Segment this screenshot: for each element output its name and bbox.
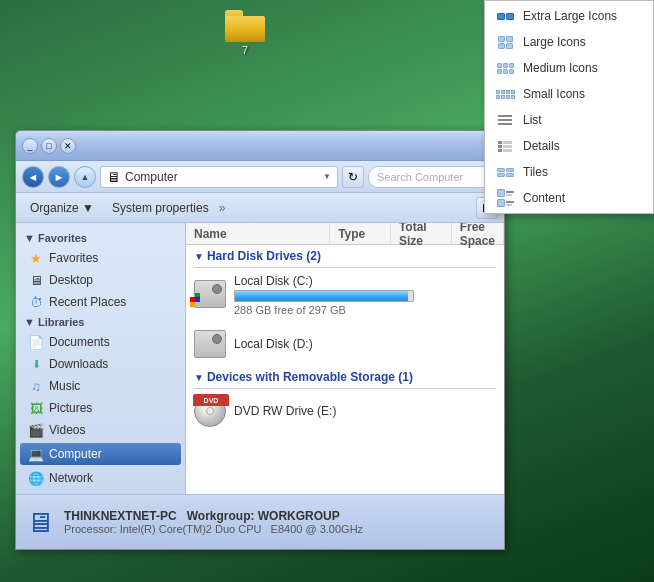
sidebar-item-favorites[interactable]: ★ Favorites bbox=[16, 247, 185, 269]
details-icon bbox=[495, 138, 515, 154]
menu-item-tiles[interactable]: Tiles bbox=[485, 159, 653, 185]
downloads-label: Downloads bbox=[49, 357, 108, 371]
sidebar-item-documents[interactable]: 📄 Documents bbox=[16, 331, 185, 353]
hard-disk-section-header: ▼ Hard Disk Drives (2) bbox=[186, 245, 504, 267]
removable-section-label: Devices with Removable Storage (1) bbox=[207, 370, 413, 384]
sidebar-item-music[interactable]: ♫ Music bbox=[16, 375, 185, 397]
extra-large-icon bbox=[495, 8, 515, 24]
menu-item-content[interactable]: Content bbox=[485, 185, 653, 211]
libraries-header: ▼ Libraries bbox=[16, 313, 185, 331]
desktop: 7 _ □ ✕ ◄ ► ▲ 🖥 Computer ▼ ↻ Search Comp… bbox=[0, 0, 654, 582]
col-header-type[interactable]: Type bbox=[330, 223, 391, 244]
sidebar-item-computer[interactable]: 💻 Computer bbox=[20, 443, 181, 465]
computer-icon: 💻 bbox=[28, 446, 44, 462]
disk-d-icon bbox=[194, 328, 226, 360]
menu-item-list[interactable]: List bbox=[485, 107, 653, 133]
downloads-icon: ⬇ bbox=[28, 356, 44, 372]
menu-item-details[interactable]: Details bbox=[485, 133, 653, 159]
computer-label: Computer bbox=[49, 447, 102, 461]
close-button[interactable]: ✕ bbox=[60, 138, 76, 154]
explorer-window: _ □ ✕ ◄ ► ▲ 🖥 Computer ▼ ↻ Search Comput… bbox=[15, 130, 505, 550]
svg-rect-2 bbox=[195, 297, 200, 302]
disk-c-name: Local Disk (C:) bbox=[234, 274, 496, 288]
star-icon: ★ bbox=[28, 250, 44, 266]
hard-disk-section-label: Hard Disk Drives (2) bbox=[207, 249, 321, 263]
maximize-button[interactable]: □ bbox=[41, 138, 57, 154]
music-label: Music bbox=[49, 379, 80, 393]
address-field[interactable]: 🖥 Computer ▼ bbox=[100, 166, 338, 188]
disk-d-name: Local Disk (D:) bbox=[234, 337, 496, 351]
toolbar: Organize ▼ System properties » ⊞ bbox=[16, 193, 504, 223]
hdd-d-graphic bbox=[194, 330, 226, 358]
disk-c-free: 288 GB free of 297 GB bbox=[234, 304, 496, 316]
content-icon bbox=[495, 190, 515, 206]
disk-d-info: Local Disk (D:) bbox=[234, 337, 496, 351]
sidebar-item-network[interactable]: 🌐 Network bbox=[16, 467, 185, 489]
status-pc-name: THINKNEXTNET-PC Workgroup: WORKGROUP bbox=[64, 509, 363, 523]
large-icon bbox=[495, 34, 515, 50]
documents-label: Documents bbox=[49, 335, 110, 349]
libraries-section-icon: ▼ bbox=[24, 316, 38, 328]
svg-rect-0 bbox=[190, 297, 195, 302]
dvd-drive-item[interactable]: DVD DVD RW Drive (E:) bbox=[186, 389, 504, 433]
col-header-name[interactable]: Name bbox=[186, 223, 330, 244]
pictures-icon: 🖼 bbox=[28, 400, 44, 416]
network-label: Network bbox=[49, 471, 93, 485]
folder-graphic bbox=[225, 10, 265, 42]
section-collapse-arrow: ▼ bbox=[194, 251, 204, 262]
sidebar: ▼ Favorites ★ Favorites 🖥 Desktop ⏱ Rece… bbox=[16, 223, 186, 494]
desktop-icon: 🖥 bbox=[28, 272, 44, 288]
music-icon: ♫ bbox=[28, 378, 44, 394]
main-content: Name Type Total Size Free Space ▼ Hard bbox=[186, 223, 504, 494]
title-bar: _ □ ✕ bbox=[16, 131, 504, 161]
disk-c-fill bbox=[235, 291, 408, 301]
local-disk-c-item[interactable]: Local Disk (C:) 288 GB free of 297 GB bbox=[186, 268, 504, 322]
dvd-icon: DVD bbox=[194, 395, 226, 427]
recent-places-label: Recent Places bbox=[49, 295, 126, 309]
system-properties-button[interactable]: System properties bbox=[104, 198, 217, 218]
search-placeholder: Search Computer bbox=[377, 171, 463, 183]
dvd-name: DVD RW Drive (E:) bbox=[234, 404, 496, 418]
desktop-folder-icon[interactable]: 7 bbox=[215, 10, 275, 56]
up-button[interactable]: ▲ bbox=[74, 166, 96, 188]
disk-c-info: Local Disk (C:) 288 GB free of 297 GB bbox=[234, 274, 496, 316]
folder-label: 7 bbox=[242, 44, 248, 56]
sidebar-item-pictures[interactable]: 🖼 Pictures bbox=[16, 397, 185, 419]
tiles-icon bbox=[495, 164, 515, 180]
address-bar: ◄ ► ▲ 🖥 Computer ▼ ↻ Search Computer bbox=[16, 161, 504, 193]
medium-icon bbox=[495, 60, 515, 76]
menu-item-extra-large[interactable]: Extra Large Icons bbox=[485, 3, 653, 29]
details-label: Details bbox=[523, 139, 560, 153]
menu-item-small[interactable]: Small Icons bbox=[485, 81, 653, 107]
computer-small-icon: 🖥 bbox=[107, 169, 121, 185]
extra-large-label: Extra Large Icons bbox=[523, 9, 617, 23]
documents-icon: 📄 bbox=[28, 334, 44, 350]
search-box[interactable]: Search Computer bbox=[368, 166, 498, 188]
sidebar-item-videos[interactable]: 🎬 Videos bbox=[16, 419, 185, 441]
network-icon: 🌐 bbox=[28, 470, 44, 486]
col-header-size[interactable]: Total Size bbox=[391, 223, 452, 244]
menu-item-large[interactable]: Large Icons bbox=[485, 29, 653, 55]
removable-collapse-arrow: ▼ bbox=[194, 372, 204, 383]
menu-item-medium[interactable]: Medium Icons bbox=[485, 55, 653, 81]
address-dropdown-arrow: ▼ bbox=[323, 172, 331, 181]
minimize-button[interactable]: _ bbox=[22, 138, 38, 154]
disk-c-icon bbox=[194, 279, 226, 311]
list-icon bbox=[495, 112, 515, 128]
refresh-button[interactable]: ↻ bbox=[342, 166, 364, 188]
organize-button[interactable]: Organize ▼ bbox=[22, 198, 102, 218]
small-icon bbox=[495, 86, 515, 102]
toolbar-more: » bbox=[219, 201, 226, 215]
col-header-free[interactable]: Free Space bbox=[452, 223, 504, 244]
back-button[interactable]: ◄ bbox=[22, 166, 44, 188]
local-disk-d-item[interactable]: Local Disk (D:) bbox=[186, 322, 504, 366]
removable-section-header: ▼ Devices with Removable Storage (1) bbox=[186, 366, 504, 388]
forward-button[interactable]: ► bbox=[48, 166, 70, 188]
small-label: Small Icons bbox=[523, 87, 585, 101]
sidebar-item-downloads[interactable]: ⬇ Downloads bbox=[16, 353, 185, 375]
medium-label: Medium Icons bbox=[523, 61, 598, 75]
sidebar-item-recent[interactable]: ⏱ Recent Places bbox=[16, 291, 185, 313]
status-processor: Processor: Intel(R) Core(TM)2 Duo CPU E8… bbox=[64, 523, 363, 535]
desktop-label: Desktop bbox=[49, 273, 93, 287]
sidebar-item-desktop[interactable]: 🖥 Desktop bbox=[16, 269, 185, 291]
